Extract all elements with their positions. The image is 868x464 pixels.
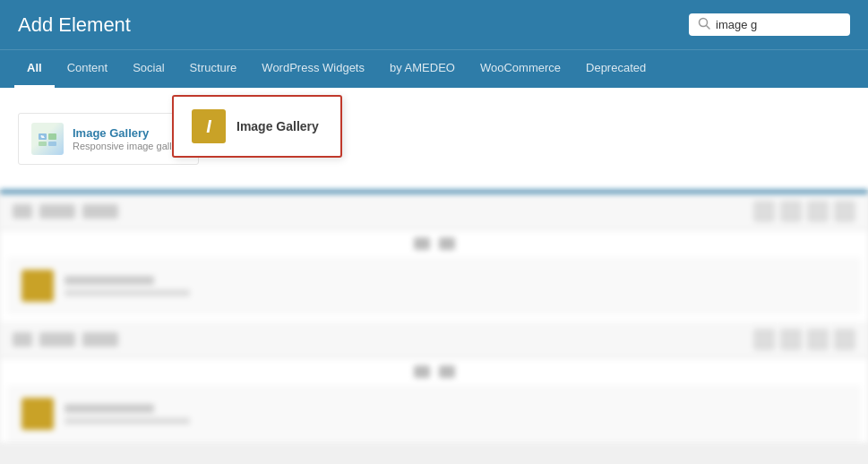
popup-icon: I <box>192 109 226 143</box>
svg-rect-4 <box>39 142 47 146</box>
tab-by-amedeo[interactable]: by AMEDEO <box>377 50 468 88</box>
content-area: Image Gallery Responsive image gallery I… <box>0 88 868 190</box>
tab-social[interactable]: Social <box>120 50 176 88</box>
tab-woocommerce[interactable]: WooCommerce <box>468 50 573 88</box>
popup-icon-letter: I <box>206 116 211 137</box>
tab-deprecated[interactable]: Deprecated <box>573 50 658 88</box>
element-desc: Responsive image gallery <box>73 141 185 151</box>
blurred-toolbar-1 <box>0 193 868 230</box>
element-grid: Image Gallery Responsive image gallery I… <box>18 106 850 172</box>
search-bar[interactable] <box>689 13 850 36</box>
element-info: Image Gallery Responsive image gallery <box>73 126 185 151</box>
tab-wordpress-widgets[interactable]: WordPress Widgets <box>249 50 377 88</box>
search-input[interactable] <box>716 18 823 31</box>
blurred-element-row-1 <box>7 257 861 314</box>
search-icon <box>698 17 710 32</box>
svg-line-1 <box>707 26 710 30</box>
header: Add Element <box>0 0 868 49</box>
page-title: Add Element <box>18 13 131 37</box>
tab-content[interactable]: Content <box>55 50 121 88</box>
svg-point-7 <box>41 135 43 137</box>
tab-structure[interactable]: Structure <box>177 50 250 88</box>
nav-tabs: All Content Social Structure WordPress W… <box>0 49 868 88</box>
gallery-image-icon <box>31 123 64 155</box>
popup-card[interactable]: I Image Gallery <box>172 95 342 158</box>
svg-rect-3 <box>48 133 56 140</box>
tab-all[interactable]: All <box>14 50 55 88</box>
blurred-background <box>0 190 868 443</box>
blurred-element-row-2 <box>7 385 861 443</box>
popup-name: Image Gallery <box>236 119 319 133</box>
element-name: Image Gallery <box>73 126 185 140</box>
svg-rect-5 <box>48 142 56 146</box>
blurred-toolbar-2 <box>0 322 868 358</box>
